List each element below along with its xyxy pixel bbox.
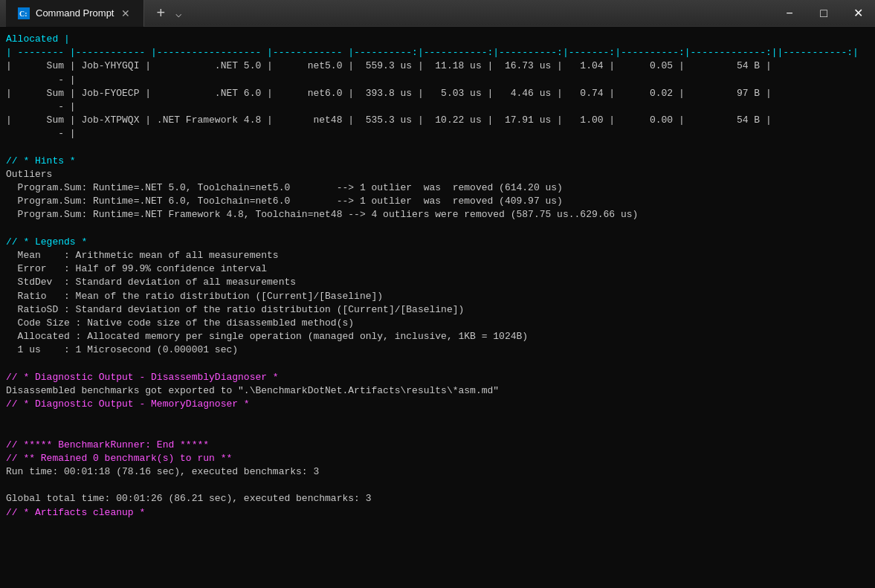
legends-header: // * Legends * xyxy=(6,236,87,248)
tab-title: Command Prompt xyxy=(36,7,114,19)
remained-label: // ** Remained 0 benchmark(s) to run ** xyxy=(6,453,232,464)
row-net48: | Sum | Job-XTPWQX | .NET Framework 4.8 … xyxy=(6,114,772,126)
legend-codesize: Code Size : Native code size of the disa… xyxy=(6,317,354,329)
outlier-net6: Program.Sum: Runtime=.NET 6.0, Toolchain… xyxy=(6,196,563,207)
legend-mean: Mean : Arithmetic mean of all measuremen… xyxy=(6,250,279,261)
diag-disasm-header: // * Diagnostic Output - DisassemblyDiag… xyxy=(6,372,279,383)
runner-end: // ***** BenchmarkRunner: End ***** xyxy=(6,439,209,450)
diag-disasm-output: Disassembled benchmarks got exported to … xyxy=(6,385,499,396)
terminal-icon: C: xyxy=(18,7,30,19)
hints-header: // * Hints * xyxy=(6,155,76,167)
global-time: Global total time: 00:01:26 (86.21 sec),… xyxy=(6,493,371,504)
run-time: Run time: 00:01:18 (78.16 sec), executed… xyxy=(6,466,319,477)
window-controls: − □ ✕ xyxy=(772,0,875,27)
minimize-button[interactable]: − xyxy=(772,0,807,27)
allocated-line: Allocated | | -------- |------------ |--… xyxy=(6,33,859,58)
svg-text:C:: C: xyxy=(19,10,28,18)
outliers-label: Outliers xyxy=(6,169,52,180)
row-net5: | Sum | Job-YHYGQI | .NET 5.0 | net5.0 |… xyxy=(6,60,772,71)
row-indent2: - | xyxy=(6,101,76,112)
legend-stddev: StdDev : Standard deviation of all measu… xyxy=(6,277,296,288)
tab-dropdown-button[interactable]: ⌵ xyxy=(172,7,184,19)
legend-us: 1 us : 1 Microsecond (0.000001 sec) xyxy=(6,344,238,355)
tab-area: C: Command Prompt ✕ + ⌵ xyxy=(0,0,772,27)
row-indent3: - | xyxy=(6,128,76,139)
outlier-net5: Program.Sum: Runtime=.NET 5.0, Toolchain… xyxy=(6,182,563,193)
terminal-window[interactable]: Allocated | | -------- |------------ |--… xyxy=(0,27,875,588)
title-bar: C: Command Prompt ✕ + ⌵ − □ ✕ xyxy=(0,0,875,27)
tab-controls: + ⌵ xyxy=(144,4,190,22)
legend-allocated: Allocated : Allocated memory per single … xyxy=(6,331,528,342)
row-net6: | Sum | Job-FYOECP | .NET 6.0 | net6.0 |… xyxy=(6,88,772,99)
terminal-output: Allocated | | -------- |------------ |--… xyxy=(6,33,869,520)
maximize-button[interactable]: □ xyxy=(807,0,841,27)
new-tab-button[interactable]: + xyxy=(150,4,171,22)
row-indent1: - | xyxy=(6,74,76,85)
legend-ratiosd: RatioSD : Standard deviation of the rati… xyxy=(6,304,464,315)
active-tab[interactable]: C: Command Prompt ✕ xyxy=(6,0,144,27)
artifacts-cleanup: // * Artifacts cleanup * xyxy=(6,507,145,518)
tab-close-button[interactable]: ✕ xyxy=(120,7,132,19)
legend-error: Error : Half of 99.9% confidence interva… xyxy=(6,263,267,274)
legend-ratio: Ratio : Mean of the ratio distribution (… xyxy=(6,291,383,302)
diag-memory-header: // * Diagnostic Output - MemoryDiagnoser… xyxy=(6,398,250,410)
outlier-net48: Program.Sum: Runtime=.NET Framework 4.8,… xyxy=(6,209,638,220)
close-button[interactable]: ✕ xyxy=(841,0,875,27)
